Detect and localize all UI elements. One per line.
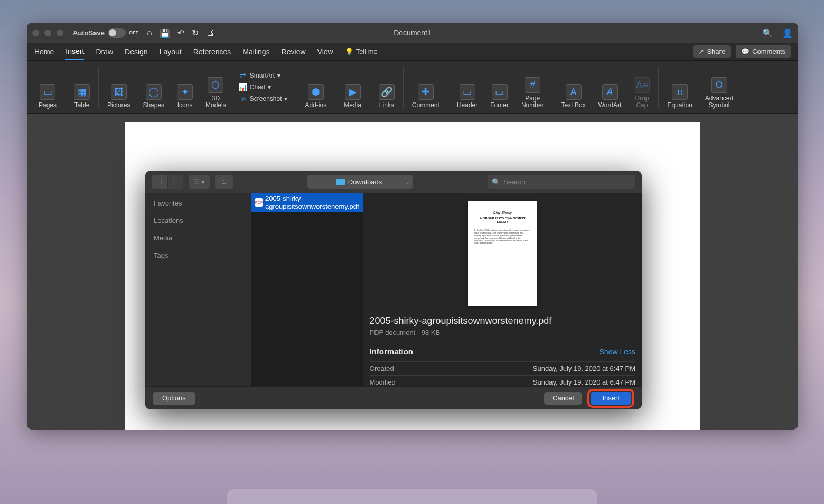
preview-pane: Clay Shirky A GROUP IS ITS OWN WORST ENE… bbox=[363, 193, 642, 386]
title-bar: AutoSave OFF ⌂ 💾 ↶ ↻ 🖨 Document1 🔍 👤 bbox=[27, 23, 798, 43]
forward-button[interactable]: 〉 bbox=[167, 175, 183, 189]
redo-icon[interactable]: ↻ bbox=[192, 28, 199, 38]
insert-button-highlight: Insert bbox=[587, 389, 634, 408]
macos-dock bbox=[227, 489, 597, 504]
ribbon-header[interactable]: ▭Header bbox=[453, 64, 482, 110]
show-less-link[interactable]: Show Less bbox=[600, 348, 635, 356]
comments-button[interactable]: 💬Comments bbox=[736, 45, 791, 58]
traffic-lights[interactable] bbox=[32, 30, 63, 36]
insert-button[interactable]: Insert bbox=[591, 392, 631, 405]
folder-icon bbox=[336, 179, 345, 185]
smartart-icon: ⇄ bbox=[239, 71, 247, 80]
footer-icon: ▭ bbox=[492, 84, 508, 100]
ribbon-page-number[interactable]: #Page Number bbox=[517, 64, 548, 110]
preview-file-meta: PDF document - 98 KB bbox=[370, 329, 635, 342]
thumbnail-author: Clay Shirky bbox=[493, 211, 512, 214]
link-icon: 🔗 bbox=[379, 84, 395, 100]
ribbon-shapes[interactable]: ◯Shapes bbox=[138, 64, 168, 110]
ribbon-footer[interactable]: ▭Footer bbox=[486, 64, 513, 110]
chevron-updown-icon: ⌄ bbox=[406, 179, 410, 185]
symbol-icon: Ω bbox=[711, 77, 727, 93]
new-comment-icon: ✚ bbox=[418, 84, 434, 100]
file-list[interactable]: PDF 2005-shirky-agroupisitsownworstenemy… bbox=[251, 193, 363, 386]
share-icon: ↗ bbox=[698, 48, 704, 55]
tab-review[interactable]: Review bbox=[282, 44, 306, 59]
autosave-state: OFF bbox=[129, 30, 138, 35]
tab-home[interactable]: Home bbox=[34, 44, 54, 59]
ribbon-equation[interactable]: πEquation bbox=[663, 64, 696, 110]
ribbon-chart[interactable]: 📊Chart ▾ bbox=[237, 82, 290, 92]
sidebar-media[interactable]: Media bbox=[154, 234, 242, 242]
ribbon-symbol[interactable]: ΩAdvanced Symbol bbox=[701, 64, 737, 110]
pdf-file-icon: PDF bbox=[255, 198, 263, 207]
thumbnail-title: A GROUP IS ITS OWN WORST ENEMY bbox=[474, 217, 530, 224]
pictures-icon: 🖼 bbox=[111, 84, 127, 100]
autosave-label: AutoSave bbox=[73, 29, 105, 37]
search-icon: 🔍 bbox=[492, 178, 500, 186]
cube-icon: ⬡ bbox=[208, 77, 223, 93]
home-icon[interactable]: ⌂ bbox=[147, 28, 152, 38]
ribbon-comment[interactable]: ✚Comment bbox=[408, 64, 444, 110]
ribbon-smartart[interactable]: ⇄SmartArt ▾ bbox=[237, 70, 290, 81]
ribbon-pictures[interactable]: 🖼Pictures bbox=[103, 64, 134, 110]
ribbon-addins[interactable]: ⬢Add-ins bbox=[301, 64, 331, 110]
close-window-icon[interactable] bbox=[32, 30, 39, 36]
back-button[interactable]: 〈 bbox=[152, 175, 167, 189]
ribbon: ▭Pages ▦Table 🖼Pictures ◯Shapes ✦Icons ⬡… bbox=[27, 61, 798, 114]
dropcap-icon: A≡ bbox=[634, 77, 650, 93]
shapes-icon: ◯ bbox=[146, 84, 162, 100]
chart-icon: 📊 bbox=[239, 83, 247, 91]
tab-layout[interactable]: Layout bbox=[160, 44, 182, 59]
ribbon-drop-cap[interactable]: A≡Drop Cap bbox=[630, 64, 654, 110]
options-button[interactable]: Options bbox=[153, 392, 195, 405]
ribbon-icons[interactable]: ✦Icons bbox=[173, 64, 197, 110]
tab-design[interactable]: Design bbox=[125, 44, 148, 59]
sidebar-locations[interactable]: Locations bbox=[154, 217, 242, 225]
save-icon[interactable]: 💾 bbox=[160, 28, 170, 38]
table-icon: ▦ bbox=[74, 84, 90, 100]
quick-access-toolbar: ⌂ 💾 ↶ ↻ 🖨 bbox=[147, 28, 214, 38]
undo-icon[interactable]: ↶ bbox=[177, 28, 184, 38]
preview-file-name: 2005-shirky-agroupisitsownworstenemy.pdf bbox=[370, 315, 635, 326]
view-mode-button[interactable]: ☰ ▾ bbox=[189, 175, 210, 189]
autosave-toggle[interactable]: AutoSave OFF bbox=[73, 28, 138, 38]
textbox-icon: A bbox=[566, 84, 582, 100]
icons-icon: ✦ bbox=[177, 84, 193, 100]
tab-references[interactable]: References bbox=[193, 44, 231, 59]
tell-me[interactable]: 💡Tell me bbox=[345, 48, 378, 55]
file-item-label: 2005-shirky-agroupisitsownworstenemy.pdf bbox=[265, 194, 359, 210]
file-list-item-selected[interactable]: PDF 2005-shirky-agroupisitsownworstenemy… bbox=[251, 193, 363, 212]
search-field[interactable]: 🔍 Search bbox=[488, 175, 635, 189]
sidebar-favorites[interactable]: Favorites bbox=[154, 199, 242, 207]
ribbon-screenshot[interactable]: ⎚Screenshot ▾ bbox=[237, 94, 290, 104]
ribbon-3d-models[interactable]: ⬡3D Models bbox=[201, 64, 230, 110]
minimize-window-icon[interactable] bbox=[44, 30, 51, 36]
wordart-icon: A bbox=[602, 84, 618, 100]
document-title: Document1 bbox=[394, 29, 432, 37]
account-icon[interactable]: 👤 bbox=[782, 28, 793, 38]
ribbon-links[interactable]: 🔗Links bbox=[374, 64, 399, 110]
ribbon-pages[interactable]: ▭Pages bbox=[34, 64, 61, 110]
ribbon-wordart[interactable]: AWordArt bbox=[594, 64, 626, 110]
header-icon: ▭ bbox=[460, 84, 475, 100]
ribbon-media[interactable]: ▶Media bbox=[340, 64, 366, 110]
group-button[interactable]: 🗂 bbox=[215, 175, 233, 189]
tab-draw[interactable]: Draw bbox=[96, 44, 113, 59]
screenshot-icon: ⎚ bbox=[239, 95, 247, 103]
cancel-button[interactable]: Cancel bbox=[544, 392, 582, 405]
zoom-window-icon[interactable] bbox=[57, 30, 63, 36]
dialog-footer: Options Cancel Insert bbox=[145, 386, 642, 409]
search-placeholder: Search bbox=[503, 178, 525, 186]
ribbon-table[interactable]: ▦Table bbox=[70, 64, 94, 110]
print-icon[interactable]: 🖨 bbox=[206, 28, 214, 38]
tab-mailings[interactable]: Mailings bbox=[242, 44, 269, 59]
sidebar-tags[interactable]: Tags bbox=[154, 251, 242, 259]
share-button[interactable]: ↗Share bbox=[693, 45, 731, 58]
ribbon-text-box[interactable]: AText Box bbox=[557, 64, 590, 110]
tab-insert[interactable]: Insert bbox=[65, 44, 84, 60]
search-icon[interactable]: 🔍 bbox=[762, 28, 773, 38]
file-thumbnail: Clay Shirky A GROUP IS ITS OWN WORST ENE… bbox=[468, 201, 537, 306]
tab-view[interactable]: View bbox=[317, 44, 333, 59]
addins-icon: ⬢ bbox=[308, 84, 324, 100]
location-dropdown[interactable]: Downloads ⌄ bbox=[307, 175, 413, 189]
